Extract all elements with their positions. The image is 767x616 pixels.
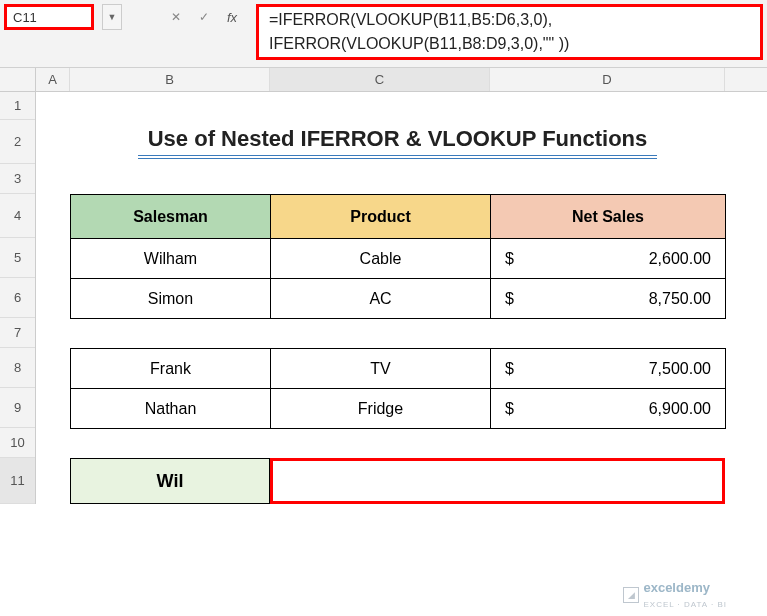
- row-header-1[interactable]: 1: [0, 92, 35, 120]
- data-table-1: Salesman Product Net Sales Wilham Cable …: [70, 194, 726, 319]
- page-title: Use of Nested IFERROR & VLOOKUP Function…: [138, 126, 658, 159]
- name-box-dropdown[interactable]: ▼: [102, 4, 122, 30]
- col-header-A[interactable]: A: [36, 68, 70, 91]
- cancel-icon[interactable]: ✕: [166, 7, 186, 27]
- table-row[interactable]: Wilham Cable $2,600.00: [71, 239, 726, 279]
- data-table-2: Frank TV $7,500.00 Nathan Fridge $6,900.…: [70, 348, 726, 429]
- cell-netsales[interactable]: $6,900.00: [491, 389, 726, 429]
- row-header-5[interactable]: 5: [0, 238, 35, 278]
- lookup-input-cell[interactable]: Wil: [70, 458, 270, 504]
- watermark: ◢ exceldemy EXCEL · DATA · BI: [623, 580, 727, 610]
- formula-bar-buttons: ✕ ✓ fx: [166, 7, 242, 27]
- select-all-corner[interactable]: [0, 68, 36, 91]
- row-header-9[interactable]: 9: [0, 388, 35, 428]
- row-header-2[interactable]: 2: [0, 120, 35, 164]
- col-header-C[interactable]: C: [270, 68, 490, 91]
- table-row[interactable]: Simon AC $8,750.00: [71, 279, 726, 319]
- header-product: Product: [271, 195, 491, 239]
- cell-salesman[interactable]: Wilham: [71, 239, 271, 279]
- header-netsales: Net Sales: [491, 195, 726, 239]
- name-box[interactable]: C11: [4, 4, 94, 30]
- formula-input[interactable]: =IFERROR(VLOOKUP(B11,B5:D6,3,0), IFERROR…: [256, 4, 763, 60]
- cell-salesman[interactable]: Simon: [71, 279, 271, 319]
- column-headers: A B C D: [0, 68, 767, 92]
- header-salesman: Salesman: [71, 195, 271, 239]
- cell-salesman[interactable]: Nathan: [71, 389, 271, 429]
- row-header-8[interactable]: 8: [0, 348, 35, 388]
- worksheet: A B C D 1 2 3 4 5 6 7 8 9 10 11 Use of N…: [0, 68, 767, 504]
- cells-area[interactable]: Use of Nested IFERROR & VLOOKUP Function…: [36, 92, 767, 504]
- cell-product[interactable]: TV: [271, 349, 491, 389]
- lookup-result-cell[interactable]: [270, 458, 725, 504]
- lookup-row: Wil: [70, 458, 725, 504]
- row-headers: 1 2 3 4 5 6 7 8 9 10 11: [0, 92, 36, 504]
- table-row[interactable]: Nathan Fridge $6,900.00: [71, 389, 726, 429]
- cell-salesman[interactable]: Frank: [71, 349, 271, 389]
- watermark-brand: exceldemy: [643, 580, 710, 595]
- row-header-7[interactable]: 7: [0, 318, 35, 348]
- fx-icon[interactable]: fx: [222, 7, 242, 27]
- cell-product[interactable]: Cable: [271, 239, 491, 279]
- formula-line-1: =IFERROR(VLOOKUP(B11,B5:D6,3,0),: [269, 8, 750, 32]
- row-header-10[interactable]: 10: [0, 428, 35, 458]
- title-row: Use of Nested IFERROR & VLOOKUP Function…: [70, 120, 725, 164]
- row-header-4[interactable]: 4: [0, 194, 35, 238]
- row-header-3[interactable]: 3: [0, 164, 35, 194]
- table-row[interactable]: Frank TV $7,500.00: [71, 349, 726, 389]
- row-header-11[interactable]: 11: [0, 458, 35, 504]
- cell-netsales[interactable]: $8,750.00: [491, 279, 726, 319]
- cell-product[interactable]: AC: [271, 279, 491, 319]
- row-header-6[interactable]: 6: [0, 278, 35, 318]
- formula-bar: C11 ▼ ✕ ✓ fx =IFERROR(VLOOKUP(B11,B5:D6,…: [0, 0, 767, 68]
- cell-netsales[interactable]: $2,600.00: [491, 239, 726, 279]
- formula-line-2: IFERROR(VLOOKUP(B11,B8:D9,3,0),"" )): [269, 32, 750, 56]
- watermark-tag: EXCEL · DATA · BI: [643, 600, 727, 609]
- cell-netsales[interactable]: $7,500.00: [491, 349, 726, 389]
- enter-icon[interactable]: ✓: [194, 7, 214, 27]
- col-header-D[interactable]: D: [490, 68, 725, 91]
- watermark-icon: ◢: [623, 587, 639, 603]
- cell-product[interactable]: Fridge: [271, 389, 491, 429]
- col-header-B[interactable]: B: [70, 68, 270, 91]
